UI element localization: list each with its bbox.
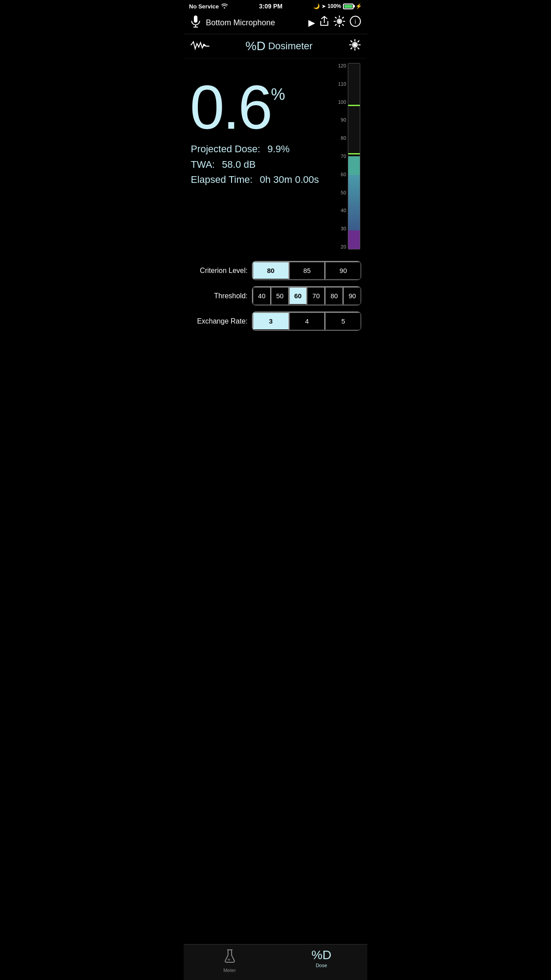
svg-point-8 (353, 43, 357, 47)
threshold-50-button[interactable]: 50 (271, 287, 289, 305)
main-content: 0.6 % Projected Dose: 9.9% TWA: 58.0 dB … (184, 59, 367, 254)
criterion-level-row: Criterion Level: 80 85 90 (190, 261, 361, 280)
exchange-rate-label: Exchange Rate: (190, 317, 248, 325)
criterion-80-button[interactable]: 80 (252, 261, 289, 280)
stats-panel: Projected Dose: 9.9% TWA: 58.0 dB Elapse… (190, 143, 319, 189)
elapsed-value: 0h 30m 0.00s (260, 174, 319, 185)
mode-settings-button[interactable] (349, 39, 361, 54)
projected-dose-row: Projected Dose: 9.9% (191, 143, 319, 156)
svg-point-3 (338, 20, 341, 23)
status-left: No Service (189, 3, 228, 10)
criterion-level-control: 80 85 90 (252, 261, 361, 280)
battery-icon (343, 4, 354, 9)
twa-row: TWA: 58.0 dB (191, 158, 319, 171)
exchange-4-button[interactable]: 4 (289, 312, 325, 330)
threshold-label: Threshold: (190, 292, 248, 300)
projected-dose-value: 9.9% (268, 143, 290, 154)
bar-purple-segment (348, 230, 360, 249)
moon-icon: 🌙 (313, 3, 320, 9)
controls-section: Criterion Level: 80 85 90 Threshold: 40 … (184, 254, 367, 334)
bar-scale: 120 110 100 90 80 70 60 50 40 30 20 (338, 63, 348, 249)
threshold-40-button[interactable]: 40 (252, 287, 271, 305)
dosimeter-text: Dosimeter (268, 40, 312, 52)
threshold-80-button[interactable]: 80 (325, 287, 343, 305)
bar-teal-segment (348, 156, 360, 175)
status-right: 🌙 ➤ 100% ⚡ (313, 3, 362, 9)
location-icon: ➤ (322, 4, 326, 9)
twa-label: TWA: (191, 159, 215, 170)
time-display: 3:09 PM (259, 3, 283, 10)
percent-d-symbol: %D (245, 39, 265, 53)
status-bar: No Service 3:09 PM 🌙 ➤ 100% ⚡ (184, 0, 367, 12)
projected-dose-label: Projected Dose: (191, 143, 260, 154)
threshold-90-button[interactable]: 90 (343, 287, 361, 305)
elapsed-label: Elapsed Time: (191, 174, 252, 185)
big-reading: 0.6 % Projected Dose: 9.9% TWA: 58.0 dB … (190, 63, 334, 189)
exchange-rate-control: 3 4 5 (252, 312, 361, 331)
elapsed-time-row: Elapsed Time: 0h 30m 0.00s (191, 174, 319, 186)
share-button[interactable] (319, 16, 329, 29)
criterion-85-button[interactable]: 85 (289, 261, 325, 280)
threshold-70-button[interactable]: 70 (307, 287, 325, 305)
main-unit: % (271, 85, 285, 104)
play-button[interactable]: ▶ (308, 17, 315, 28)
svg-text:i: i (354, 18, 356, 25)
battery-percent: 100% (327, 3, 341, 9)
charging-icon: ⚡ (355, 3, 362, 9)
mic-icon (190, 15, 201, 30)
criterion-90-button[interactable]: 90 (325, 261, 361, 280)
exchange-5-button[interactable]: 5 (325, 312, 361, 330)
level-bar-container: 120 110 100 90 80 70 60 50 40 30 20 (338, 63, 361, 249)
top-bar: Bottom Microphone ▶ i (184, 12, 367, 34)
level-bar (348, 63, 360, 249)
mode-label: %D Dosimeter (209, 39, 349, 53)
bar-blue-segment (348, 175, 360, 230)
svg-rect-0 (194, 16, 197, 23)
threshold-control: 40 50 60 70 80 90 (252, 286, 361, 305)
bar-high-marker (348, 105, 360, 106)
criterion-level-label: Criterion Level: (190, 267, 248, 275)
exchange-3-button[interactable]: 3 (252, 312, 289, 330)
waveform-icon[interactable] (190, 40, 209, 53)
bar-mid-marker (348, 153, 360, 154)
threshold-row: Threshold: 40 50 60 70 80 90 (190, 286, 361, 305)
mode-bar: %D Dosimeter (184, 34, 367, 59)
info-button[interactable]: i (350, 16, 361, 30)
exchange-rate-row: Exchange Rate: 3 4 5 (190, 312, 361, 331)
twa-value: 58.0 dB (222, 159, 256, 170)
settings-button[interactable] (334, 16, 345, 30)
carrier-text: No Service (189, 3, 219, 10)
threshold-60-button[interactable]: 60 (289, 287, 307, 305)
main-value: 0.6 (190, 76, 271, 138)
meter-area: 0.6 % Projected Dose: 9.9% TWA: 58.0 dB … (190, 63, 361, 249)
microphone-label: Bottom Microphone (206, 18, 304, 28)
wifi-icon (221, 3, 228, 10)
